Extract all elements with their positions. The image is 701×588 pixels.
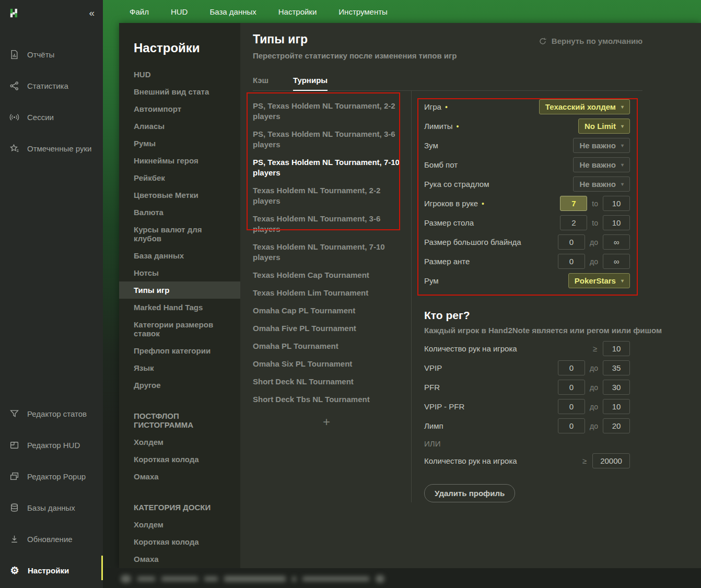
sidebar-item-sessions[interactable]: Сессии (0, 101, 103, 133)
nav-item-rooms[interactable]: Румы (119, 135, 240, 152)
nav-item-color-labels[interactable]: Цветовые Метки (119, 186, 240, 204)
tab-cash[interactable]: Кэш (253, 76, 268, 90)
limp-to-input[interactable]: 20 (603, 418, 630, 433)
game-type-item[interactable]: PS, Texas Holdem NL Tournament, 3-6 play… (253, 125, 400, 154)
nav-item-club-rates[interactable]: Курсы валют для клубов (119, 221, 240, 247)
nav-item-omaha-histogram[interactable]: Омаха (119, 468, 240, 485)
range-separator: до (590, 364, 598, 372)
big-blind-from-input[interactable]: 0 (558, 234, 585, 250)
form-row-room: Рум PokerStars▾ (424, 271, 630, 290)
form-row-table-size: Размер стола 2 to 10 (424, 213, 630, 232)
nav-item-shortdeck-histogram[interactable]: Короткая колода (119, 451, 240, 468)
sidebar-collapse-icon[interactable]: « (89, 7, 94, 19)
game-type-item[interactable]: Short Deck NL Tournament (253, 373, 400, 391)
field-label: Количество рук на игрока (424, 344, 517, 353)
sidebar-item-label: Отчёты (27, 50, 54, 59)
vpip-to-input[interactable]: 35 (603, 360, 630, 375)
room-dropdown[interactable]: PokerStars▾ (568, 273, 630, 288)
menu-file[interactable]: Файл (119, 7, 160, 16)
game-type-item[interactable]: PS, Texas Holdem NL Tournament, 2-2 play… (253, 97, 400, 125)
field-label: Лимп (424, 421, 443, 430)
game-type-item[interactable]: Texas Holdem Lim Tournament (253, 284, 400, 302)
big-blind-to-input[interactable]: ∞ (603, 234, 630, 250)
game-type-item[interactable]: Omaha PL Tournament (253, 337, 400, 355)
vpip-pfr-to-input[interactable]: 10 (603, 399, 630, 414)
nav-item-rakeback[interactable]: Рейкбек (119, 169, 240, 186)
sidebar-item-databases[interactable]: Базы данных (0, 492, 103, 523)
players-from-input[interactable]: 7 (560, 196, 587, 211)
nav-item-omaha-board[interactable]: Омаха (119, 550, 240, 568)
hands-min-input[interactable]: 10 (603, 341, 630, 356)
bottom-taskbar-blurred (103, 568, 701, 588)
form-row-game: Игра• Техасский холдем▾ (424, 97, 630, 116)
nav-item-hud[interactable]: HUD (119, 66, 240, 83)
active-item-indicator (101, 556, 103, 580)
nav-item-game-types[interactable]: Типы игр (119, 281, 240, 299)
game-type-item-selected[interactable]: PS, Texas Holdem NL Tournament, 7-10 pla… (253, 154, 400, 182)
sidebar-item-hud-editor[interactable]: Редактор HUD (0, 429, 103, 461)
nav-item-stat-appearance[interactable]: Внешний вид стата (119, 83, 240, 100)
hands-min2-input[interactable]: 20000 (592, 453, 630, 468)
field-label: Бомб пот (424, 160, 458, 169)
game-type-item[interactable]: Texas Holdem NL Tournament, 2-2 players (253, 182, 400, 210)
sidebar-item-update[interactable]: Обновление (0, 523, 103, 555)
range-separator: to (592, 199, 598, 208)
nav-item-autoimport[interactable]: Автоимпорт (119, 100, 240, 117)
nav-item-shortdeck-board[interactable]: Короткая колода (119, 533, 240, 550)
field-label: Количество рук на игрока (424, 456, 517, 465)
sidebar-item-reports[interactable]: Отчёты (0, 39, 103, 70)
sidebar-item-label: Базы данных (27, 503, 75, 512)
sidebar-item-statistics[interactable]: Статистика (0, 70, 103, 101)
game-type-item[interactable]: Texas Holdem NL Tournament, 7-10 players (253, 238, 400, 266)
required-marker: • (482, 199, 484, 208)
sidebar-item-stat-editor[interactable]: Редактор статов (0, 398, 103, 429)
nav-item-language[interactable]: Язык (119, 359, 240, 377)
sidebar-item-label: Обновление (27, 535, 73, 544)
zoom-dropdown[interactable]: Не важно▾ (573, 138, 630, 153)
game-type-item[interactable]: Omaha Cap PL Tournament (253, 302, 400, 320)
nav-item-aliases[interactable]: Алиасы (119, 117, 240, 135)
menu-settings[interactable]: Настройки (267, 7, 328, 16)
pfr-from-input[interactable]: 0 (558, 380, 585, 395)
game-dropdown[interactable]: Техасский холдем▾ (539, 99, 630, 114)
vpip-pfr-from-input[interactable]: 0 (558, 399, 585, 414)
ante-to-input[interactable]: ∞ (603, 254, 630, 269)
nav-item-bet-size-categories[interactable]: Категории размеров ставок (119, 316, 240, 342)
limp-from-input[interactable]: 0 (558, 418, 585, 433)
game-type-item[interactable]: Short Deck Tbs NL Tournament (253, 391, 400, 408)
nav-item-holdem-histogram[interactable]: Холдем (119, 433, 240, 451)
limits-dropdown[interactable]: No Limit▾ (578, 119, 630, 134)
sidebar-item-popup-editor[interactable]: Редактор Popup (0, 461, 103, 492)
table-size-to-input[interactable]: 10 (603, 215, 630, 230)
nav-item-holdem-board[interactable]: Холдем (119, 516, 240, 533)
delete-profile-button[interactable]: Удалить профиль (424, 484, 515, 502)
sidebar-item-label: Настройки (28, 566, 69, 575)
nav-item-other[interactable]: Другое (119, 377, 240, 394)
players-to-input[interactable]: 10 (603, 196, 630, 211)
menu-database[interactable]: База данных (198, 7, 267, 16)
tab-tournaments[interactable]: Турниры (293, 76, 328, 91)
table-size-from-input[interactable]: 2 (560, 215, 587, 230)
ante-from-input[interactable]: 0 (558, 254, 585, 269)
bomb-pot-dropdown[interactable]: Не важно▾ (573, 157, 630, 172)
game-type-item[interactable]: Texas Holdem NL Tournament, 3-6 players (253, 210, 400, 238)
game-type-item[interactable]: Omaha Five PL Tournament (253, 320, 400, 337)
nav-item-preflop-categories[interactable]: Префлоп категории (119, 342, 240, 359)
nav-item-database[interactable]: База данных (119, 247, 240, 264)
straddle-dropdown[interactable]: Не важно▾ (573, 177, 630, 192)
nav-item-currency[interactable]: Валюта (119, 204, 240, 221)
vpip-from-input[interactable]: 0 (558, 360, 585, 375)
add-game-type-button[interactable]: + (253, 415, 400, 429)
nav-item-marked-hand-tags[interactable]: Marked Hand Tags (119, 299, 240, 316)
form-row-players-in-hand: Игроков в руке• 7 to 10 (424, 194, 630, 213)
sidebar-item-marked-hands[interactable]: Отмеченные руки (0, 133, 103, 164)
menu-tools[interactable]: Инструменты (328, 7, 399, 16)
pfr-to-input[interactable]: 30 (603, 380, 630, 395)
menu-hud[interactable]: HUD (160, 7, 199, 16)
nav-item-hero-nicknames[interactable]: Никнеймы героя (119, 152, 240, 169)
nav-item-notes[interactable]: Нотсы (119, 264, 240, 281)
sidebar-item-settings[interactable]: ⚙ Настройки (0, 555, 103, 586)
game-type-item[interactable]: Texas Holdem Cap Tournament (253, 266, 400, 284)
reset-to-default-button[interactable]: Вернуть по умолчанию (539, 37, 642, 45)
game-type-item[interactable]: Omaha Six PL Tournament (253, 355, 400, 373)
